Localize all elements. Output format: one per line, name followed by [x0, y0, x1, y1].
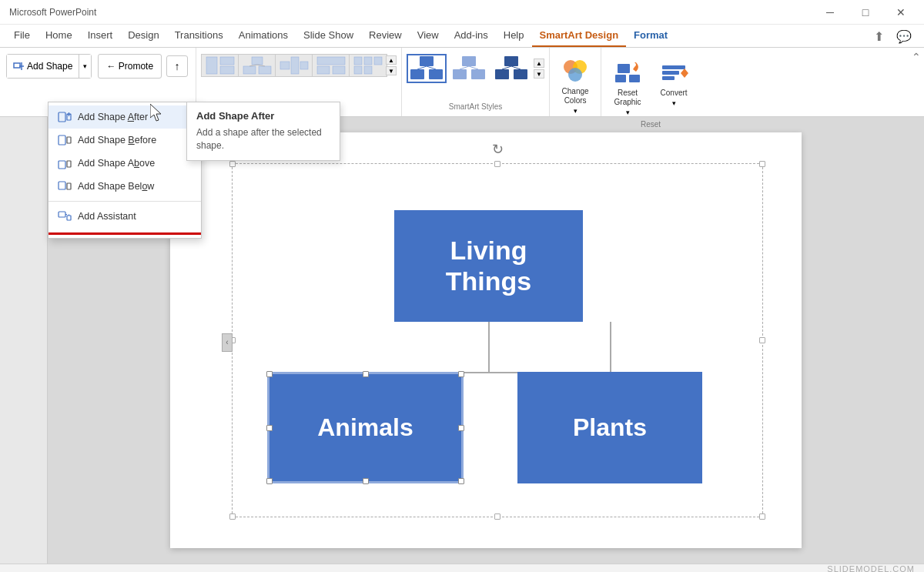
styles-scroll-down[interactable]: ▼: [534, 69, 544, 79]
handle-bl: [229, 513, 236, 520]
menu-divider: [49, 201, 201, 202]
svg-rect-8: [259, 66, 271, 74]
svg-line-10: [257, 65, 265, 66]
animals-box[interactable]: Animals: [267, 372, 464, 483]
tab-review[interactable]: Review: [361, 25, 410, 47]
add-shape-label: Add Shape: [27, 61, 72, 72]
svg-rect-15: [317, 66, 330, 74]
menu-item-add-shape-after[interactable]: Add Shape After: [49, 105, 201, 129]
tab-home[interactable]: Home: [38, 25, 80, 47]
convert-icon: [659, 58, 688, 87]
tab-help[interactable]: Help: [496, 25, 532, 47]
sel-handle-bm: [363, 478, 369, 484]
convert-button[interactable]: Convert ▾: [654, 54, 694, 111]
sel-handle-tm: [363, 371, 369, 377]
handle-tr: [759, 161, 765, 167]
svg-rect-20: [354, 66, 362, 74]
svg-rect-19: [374, 57, 382, 65]
tab-addins[interactable]: Add-ins: [447, 25, 496, 47]
slide-canvas[interactable]: ↻ ‹ LivingThings Animals: [170, 132, 802, 548]
svg-line-26: [427, 66, 436, 69]
sel-handle-tl: [266, 371, 273, 377]
add-shape-after-icon: [58, 111, 72, 123]
tab-transitions[interactable]: Transitions: [167, 25, 231, 47]
handle-tl: [229, 161, 236, 167]
handle-tm: [494, 161, 500, 167]
layouts-scroll-down[interactable]: ▼: [386, 66, 397, 75]
comment-icon[interactable]: 💬: [890, 26, 918, 47]
svg-rect-33: [495, 69, 509, 79]
layouts-scroll-up[interactable]: ▲: [386, 55, 397, 65]
tooltip-title: Add Shape After: [196, 110, 330, 122]
tab-insert[interactable]: Insert: [80, 25, 121, 47]
styles-scroll-up[interactable]: ▲: [534, 59, 544, 68]
svg-rect-6: [252, 57, 263, 65]
layout-thumb-1[interactable]: [201, 54, 239, 77]
window-controls: ─ □ ✕: [813, 0, 918, 25]
layout-thumb-4[interactable]: [312, 54, 350, 77]
style-thumb-1[interactable]: [407, 54, 447, 83]
layout-thumb-3[interactable]: [275, 54, 313, 77]
smartart-styles-label: SmartArt Styles: [407, 102, 544, 113]
collapse-ribbon-button[interactable]: ⌃: [912, 51, 921, 63]
style-thumb-2[interactable]: [449, 54, 489, 83]
promote-button[interactable]: ← Promote: [98, 54, 162, 79]
svg-rect-23: [410, 69, 424, 79]
menu-item-add-shape-below[interactable]: Add Shape Below: [49, 175, 201, 198]
style-icon-1: [409, 55, 444, 82]
svg-rect-57: [67, 216, 71, 220]
change-colors-button[interactable]: ChangeColors ▾: [557, 54, 593, 119]
smartart-styles-section: ▲ ▼ SmartArt Styles: [402, 48, 550, 116]
plants-text: Plants: [573, 413, 647, 442]
tab-smartartdesign[interactable]: SmartArt Design: [532, 25, 627, 47]
up-arrow-button[interactable]: ↑: [166, 55, 188, 77]
layout-icon-2: [242, 55, 273, 75]
tab-view[interactable]: View: [410, 25, 447, 47]
svg-line-35: [502, 66, 511, 69]
layout-icon-4: [316, 55, 346, 75]
sel-handle-tr: [458, 371, 464, 377]
svg-rect-56: [59, 212, 65, 217]
svg-rect-29: [471, 69, 485, 79]
smartart-container[interactable]: ↻ ‹ LivingThings Animals: [232, 163, 763, 517]
layout-thumb-2[interactable]: [238, 54, 276, 77]
convert-dropdown-arrow: ▾: [672, 99, 676, 107]
maximize-button[interactable]: □: [849, 0, 882, 25]
convert-label: Convert: [661, 89, 688, 98]
plants-box[interactable]: Plants: [517, 372, 702, 483]
menu-item-add-assistant[interactable]: Add Assistant: [49, 205, 201, 228]
up-arrow-icon: ↑: [175, 60, 180, 72]
style-thumb-3[interactable]: [491, 54, 531, 83]
style-icon-3: [494, 55, 529, 82]
layouts-scroll: ▲ ▼: [386, 55, 397, 75]
tab-slideshow[interactable]: Slide Show: [296, 25, 361, 47]
layout-icon-1: [205, 55, 236, 75]
tooltip-description: Add a shape after the selected shape.: [196, 126, 330, 152]
menu-item-add-shape-above[interactable]: Add Shape Above: [49, 152, 201, 175]
change-colors-dropdown-arrow: ▾: [574, 107, 578, 115]
minimize-button[interactable]: ─: [813, 0, 847, 25]
close-button[interactable]: ✕: [884, 0, 918, 25]
rotate-handle[interactable]: ↻: [492, 141, 504, 158]
svg-rect-51: [67, 137, 71, 143]
tab-file[interactable]: File: [6, 25, 38, 47]
add-shape-icon: [13, 61, 24, 72]
collapse-panel-button[interactable]: ‹: [222, 333, 233, 352]
add-shape-main-button[interactable]: Add Shape: [7, 55, 79, 78]
reset-graphic-button[interactable]: ResetGraphic ▾: [608, 54, 648, 120]
layout-thumb-5[interactable]: [349, 54, 387, 77]
tab-animations[interactable]: Animations: [231, 25, 296, 47]
app-title: Microsoft PowerPoint: [6, 7, 96, 18]
dropdown-arrow: ▾: [83, 62, 87, 70]
tab-design[interactable]: Design: [120, 25, 166, 47]
add-shape-dropdown-button[interactable]: ▾: [79, 55, 91, 78]
share-icon[interactable]: ⬆: [868, 26, 890, 47]
tab-format[interactable]: Format: [626, 25, 675, 47]
change-colors-label: ChangeColors: [562, 87, 589, 105]
svg-rect-11: [280, 62, 290, 69]
living-things-box[interactable]: LivingThings: [394, 210, 583, 322]
svg-rect-12: [291, 57, 299, 74]
menu-item-add-shape-before[interactable]: Add Shape Before: [49, 129, 201, 152]
menu-add-shape-above-label: Add Shape Above: [78, 158, 155, 169]
svg-rect-21: [364, 66, 372, 74]
